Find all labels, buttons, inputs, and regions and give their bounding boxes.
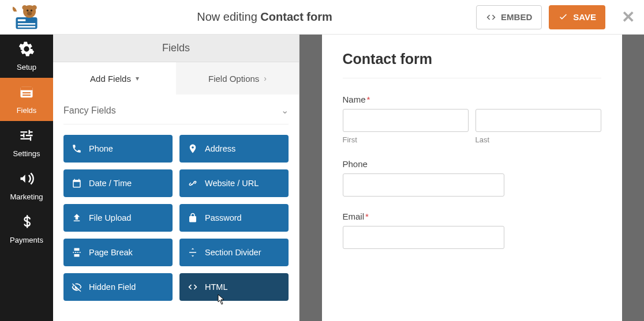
preview-title: Contact form — [343, 51, 601, 67]
required-indicator: * — [365, 212, 369, 221]
field-label: Address — [205, 144, 235, 153]
svg-rect-2 — [18, 23, 35, 25]
svg-point-7 — [27, 9, 28, 11]
code-icon — [188, 282, 198, 292]
name-label: Name* — [343, 95, 601, 104]
field-label: Password — [205, 213, 242, 222]
field-html[interactable]: HTML — [179, 273, 289, 301]
chevron-down-icon: ▾ — [136, 74, 139, 82]
first-name-input[interactable] — [343, 109, 469, 132]
app-logo — [0, 0, 53, 34]
top-bar: Now editing Contact form EMBED SAVE ✕ — [0, 0, 644, 35]
lock-icon — [188, 213, 198, 223]
last-name-input[interactable] — [475, 109, 601, 132]
save-button[interactable]: SAVE — [549, 5, 605, 29]
nav-fields[interactable]: Fields — [0, 78, 53, 121]
editing-prefix: Now editing — [197, 10, 260, 23]
close-icon[interactable]: ✕ — [621, 7, 635, 27]
main: Setup Fields Settings Marketing Payments — [0, 35, 644, 321]
tab-add-fields[interactable]: Add Fields ▾ — [53, 62, 176, 95]
nav-marketing-label: Marketing — [10, 192, 43, 201]
field-password[interactable]: Password — [179, 204, 289, 232]
page-title: Now editing Contact form — [53, 10, 476, 24]
field-phone[interactable]: Phone — [63, 135, 173, 163]
field-datetime[interactable]: Date / Time — [63, 169, 173, 197]
calendar-icon — [72, 178, 82, 188]
check-icon — [558, 12, 568, 22]
field-row-phone: Phone — [343, 159, 601, 197]
svg-rect-13 — [23, 95, 31, 96]
nav-payments-label: Payments — [10, 236, 43, 244]
embed-label: EMBED — [501, 12, 532, 22]
phone-input[interactable] — [343, 173, 504, 197]
gear-icon — [18, 41, 35, 59]
panel-tabs: Add Fields ▾ Field Options › — [53, 62, 299, 95]
panel-header: Fields — [53, 35, 299, 62]
field-label: Page Break — [89, 248, 133, 257]
svg-rect-3 — [18, 26, 35, 28]
pagebreak-icon — [72, 247, 82, 258]
phone-icon — [72, 143, 82, 154]
field-label: HTML — [205, 282, 227, 292]
nav-settings-label: Settings — [13, 149, 40, 158]
svg-point-5 — [22, 5, 27, 9]
chevron-right-icon: › — [264, 74, 267, 83]
panel-body[interactable]: Fancy Fields ⌄ Phone Address Date / Time — [53, 95, 299, 321]
field-hidden[interactable]: Hidden Field — [63, 273, 173, 301]
fields-panel: Fields Add Fields ▾ Field Options › Fanc… — [53, 35, 299, 321]
nav-marketing[interactable]: Marketing — [0, 164, 53, 207]
dollar-icon — [18, 214, 35, 232]
form-name: Contact form — [260, 10, 332, 23]
phone-label: Phone — [343, 159, 601, 169]
upload-icon — [72, 213, 82, 223]
field-label: File Upload — [89, 213, 131, 222]
sliders-icon — [18, 127, 35, 146]
field-website[interactable]: Website / URL — [179, 169, 289, 197]
last-sublabel: Last — [475, 135, 601, 144]
form-icon — [18, 84, 35, 103]
link-icon — [188, 178, 198, 188]
email-input[interactable] — [343, 226, 504, 249]
embed-button[interactable]: EMBED — [476, 5, 542, 29]
svg-point-8 — [31, 9, 32, 11]
group-label: Fancy Fields — [63, 105, 116, 116]
eyeoff-icon — [72, 282, 82, 292]
svg-rect-11 — [21, 87, 33, 90]
tab-field-options[interactable]: Field Options › — [176, 62, 299, 95]
nav-setup[interactable]: Setup — [0, 35, 53, 78]
field-address[interactable]: Address — [179, 135, 289, 163]
megaphone-icon — [18, 171, 35, 189]
left-nav: Setup Fields Settings Marketing Payments — [0, 35, 53, 321]
fields-grid: Phone Address Date / Time Website / URL … — [63, 135, 289, 301]
field-label: Section Divider — [205, 248, 261, 257]
field-label: Date / Time — [89, 179, 132, 188]
first-sublabel: First — [343, 135, 469, 144]
field-file-upload[interactable]: File Upload — [63, 204, 173, 232]
field-row-name: Name* First Last — [343, 95, 601, 144]
code-icon — [486, 12, 496, 22]
field-row-email: Email* — [343, 212, 601, 249]
chevron-down-icon: ⌄ — [281, 105, 289, 116]
field-label: Phone — [89, 144, 113, 153]
group-fancy-fields[interactable]: Fancy Fields ⌄ — [63, 95, 289, 124]
nav-payments[interactable]: Payments — [0, 207, 53, 251]
nav-settings[interactable]: Settings — [0, 121, 53, 164]
field-page-break[interactable]: Page Break — [63, 239, 173, 266]
pin-icon — [188, 143, 198, 154]
nav-fields-label: Fields — [17, 106, 37, 115]
save-label: SAVE — [573, 12, 596, 22]
field-label: Website / URL — [205, 179, 259, 188]
divider-icon — [188, 247, 198, 258]
field-section-divider[interactable]: Section Divider — [179, 239, 289, 266]
svg-point-9 — [27, 11, 32, 15]
svg-rect-1 — [18, 19, 26, 21]
svg-rect-12 — [23, 92, 31, 93]
tab-add-label: Add Fields — [90, 74, 131, 84]
svg-point-6 — [32, 5, 36, 9]
form-preview: Contact form Name* First Last — [322, 35, 622, 321]
form-preview-area[interactable]: Contact form Name* First Last — [299, 35, 644, 321]
divider — [343, 78, 601, 78]
nav-setup-label: Setup — [17, 63, 36, 71]
field-label: Hidden Field — [89, 282, 136, 292]
email-label: Email* — [343, 212, 601, 221]
